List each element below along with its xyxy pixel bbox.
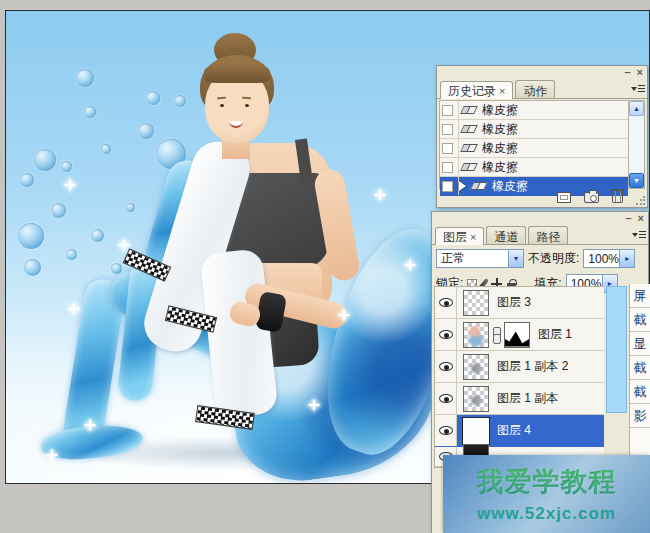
minimize-icon[interactable]: – [624,68,630,77]
water-droplet [84,106,96,118]
history-list: 橡皮擦橡皮擦橡皮擦橡皮擦橡皮擦 ▲ ▼ [439,100,645,189]
layer-row[interactable]: 图层 1 副本 2 [435,351,604,383]
water-droplet [126,203,135,212]
link-icon[interactable] [492,327,500,343]
water-droplet [101,144,111,154]
eraser-icon [460,106,478,114]
tab-paths[interactable]: 路径 [528,226,568,244]
photoshop-workspace: { "colors": { "selection_blue": "#2f63c5… [0,0,650,533]
history-panel-titlebar: – × [437,66,647,79]
eye-icon [439,330,453,339]
history-source-checkbox[interactable] [442,124,453,135]
eye-icon [439,362,453,371]
eraser-icon [460,144,478,152]
history-row[interactable]: 橡皮擦 [440,158,628,177]
layer-row[interactable]: 图层 4 [435,415,604,447]
sparkle-icon [374,189,385,200]
history-footer [439,189,645,205]
eraser-icon [460,125,478,133]
eraser-icon [460,163,478,171]
layer-thumbnail[interactable] [463,386,489,412]
tab-history-label: 历史记录 [448,84,496,98]
layer-name[interactable]: 图层 1 副本 2 [497,358,568,375]
layer-name[interactable]: 图层 1 副本 [497,390,558,407]
watermark-title: 我爱学教程 [477,464,617,500]
layer-row[interactable]: 图层 3 [435,287,604,319]
water-droplet [91,229,104,242]
tab-close-icon[interactable]: × [470,231,476,243]
layer-thumbnail[interactable] [463,418,489,444]
layers-tabrow: 图层× 通道 路径 [432,225,648,245]
water-droplet [20,173,34,187]
delete-state-icon[interactable] [612,191,623,203]
resize-grip[interactable] [635,195,646,206]
new-snapshot-icon[interactable] [584,192,599,203]
side-strip-char: 屏 [630,284,650,308]
layer-thumbnail[interactable] [463,354,489,380]
visibility-toggle[interactable] [435,415,457,446]
layers-panel-titlebar: – × [432,212,648,225]
history-source-checkbox[interactable] [442,143,453,154]
minimize-icon[interactable]: – [625,214,631,223]
scroll-up-icon[interactable]: ▲ [629,101,644,116]
blend-mode-value: 正常 [441,250,465,267]
eye-icon [439,394,453,403]
tab-close-icon[interactable]: × [499,85,505,97]
visibility-toggle[interactable] [435,287,457,318]
close-icon[interactable]: × [637,68,643,77]
eye-icon [439,426,453,435]
history-source-checkbox[interactable] [442,162,453,173]
close-icon[interactable]: × [638,214,644,223]
water-droplet [138,123,154,139]
water-droplet [146,91,160,105]
side-strip-char: 截 [630,308,650,332]
history-row[interactable]: 橡皮擦 [440,139,628,158]
eye-left [220,104,224,107]
blend-row: 正常 ▾ 不透明度: 100% ▸ [432,245,648,270]
layer-thumbnail[interactable] [463,322,489,348]
divider [458,139,459,157]
history-tabrow: 历史记录× 动作 [437,79,647,99]
layers-scrollbar[interactable] [606,286,627,413]
layer-mask-thumbnail[interactable] [504,322,530,348]
tab-layers[interactable]: 图层× [435,227,484,245]
history-scrollbar[interactable]: ▲ ▼ [628,101,644,188]
layers-list: 图层 3图层 1图层 1 副本 2图层 1 副本图层 4 [434,286,604,468]
blend-mode-select[interactable]: 正常 ▾ [436,249,524,268]
history-row[interactable]: 橡皮擦 [440,101,628,120]
history-item-label: 橡皮擦 [482,140,518,157]
tab-history[interactable]: 历史记录× [440,81,513,99]
water-droplet [24,259,41,276]
water-droplet [61,161,72,172]
panel-menu-icon[interactable] [631,228,646,241]
layer-name[interactable]: 图层 4 [497,422,531,439]
new-document-from-state-icon[interactable] [557,192,571,203]
scroll-down-icon[interactable]: ▼ [629,173,644,188]
tab-channels[interactable]: 通道 [486,226,526,244]
layer-row[interactable]: 图层 1 副本 [435,383,604,415]
panel-menu-icon[interactable] [630,82,645,95]
smile [229,121,243,128]
chevron-down-icon[interactable]: ▾ [508,250,523,267]
opacity-input[interactable]: 100% ▸ [583,249,635,268]
layer-row[interactable]: 图层 1 [435,319,604,351]
water-droplet [76,69,94,87]
history-source-checkbox[interactable] [442,105,453,116]
layer-name[interactable]: 图层 1 [538,326,572,343]
visibility-toggle[interactable] [435,351,457,382]
opacity-slider-arrow-icon[interactable]: ▸ [619,250,634,267]
history-row[interactable]: 橡皮擦 [440,120,628,139]
visibility-toggle[interactable] [435,383,457,414]
tab-actions[interactable]: 动作 [515,80,555,98]
water-droplet [66,249,77,260]
eye-right [245,104,249,107]
watermark-url: www.52xjc.com [477,504,616,524]
side-strip-char: 截 [630,380,650,404]
visibility-toggle[interactable] [435,319,457,350]
history-panel: – × 历史记录× 动作 橡皮擦橡皮擦橡皮擦橡皮擦橡皮擦 ▲ ▼ [436,65,648,208]
hair-fringe [204,61,270,83]
layer-thumbnail[interactable] [463,290,489,316]
opacity-value: 100% [588,252,619,266]
side-strip-char: 显 [630,332,650,356]
layer-name[interactable]: 图层 3 [497,294,531,311]
